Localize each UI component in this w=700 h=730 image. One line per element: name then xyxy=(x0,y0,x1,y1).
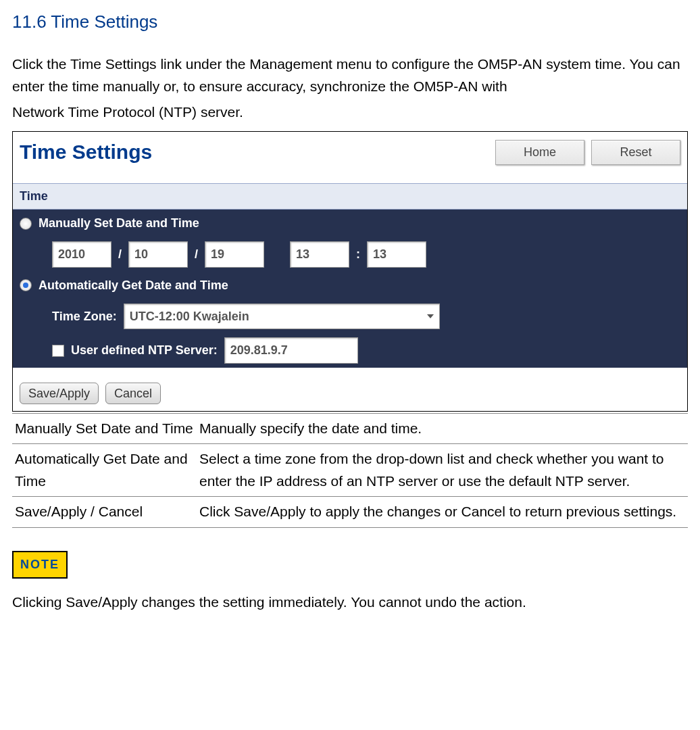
section-heading: 11.6 Time Settings xyxy=(12,8,688,36)
table-row: Manually Set Date and Time Manually spec… xyxy=(12,413,688,444)
panel-header: Time Settings Home Reset xyxy=(13,132,687,183)
home-button[interactable]: Home xyxy=(495,140,584,165)
panel-footer: Save/Apply Cancel xyxy=(13,368,687,411)
row-label: Save/Apply / Cancel xyxy=(12,497,197,528)
row-desc: Select a time zone from the drop-down li… xyxy=(197,444,688,497)
month-field[interactable]: 10 xyxy=(128,241,188,268)
manual-row[interactable]: Manually Set Date and Time xyxy=(13,210,687,237)
table-row: Automatically Get Date and Time Select a… xyxy=(12,444,688,497)
row-label: Manually Set Date and Time xyxy=(12,413,197,444)
slash-2: / xyxy=(195,245,198,264)
auto-row[interactable]: Automatically Get Date and Time xyxy=(13,272,687,299)
time-section-bar: Time xyxy=(13,183,687,210)
auto-label: Automatically Get Date and Time xyxy=(39,276,228,295)
cancel-button[interactable]: Cancel xyxy=(105,383,161,404)
timezone-select[interactable]: UTC-12:00 Kwajalein xyxy=(124,303,440,330)
timezone-row: Time Zone: UTC-12:00 Kwajalein xyxy=(13,299,687,334)
panel-title: Time Settings xyxy=(20,136,152,168)
ntp-checkbox[interactable] xyxy=(52,345,64,357)
manual-radio[interactable] xyxy=(20,218,32,230)
timezone-label: Time Zone: xyxy=(52,307,117,326)
manual-label: Manually Set Date and Time xyxy=(39,214,199,233)
intro-line-1: Click the Time Settings link under the M… xyxy=(12,53,688,98)
day-field[interactable]: 19 xyxy=(205,241,264,268)
note-text: Clicking Save/Apply changes the setting … xyxy=(12,591,688,614)
slash-1: / xyxy=(118,245,122,264)
row-desc: Manually specify the date and time. xyxy=(197,413,688,444)
hour-field[interactable]: 13 xyxy=(290,241,349,268)
row-label: Automatically Get Date and Time xyxy=(12,444,197,497)
save-apply-button[interactable]: Save/Apply xyxy=(20,383,99,404)
manual-fields: 2010 / 10 / 19 13 : 13 xyxy=(13,237,687,272)
chevron-down-icon xyxy=(427,314,434,318)
ntp-row: User defined NTP Server: 209.81.9.7 xyxy=(13,333,687,368)
reset-button[interactable]: Reset xyxy=(591,140,680,165)
year-field[interactable]: 2010 xyxy=(52,241,111,268)
time-settings-panel: Time Settings Home Reset Time Manually S… xyxy=(12,131,688,411)
timezone-value: UTC-12:00 Kwajalein xyxy=(130,307,249,326)
table-row: Save/Apply / Cancel Click Save/Apply to … xyxy=(12,497,688,528)
colon: : xyxy=(356,245,360,264)
minute-field[interactable]: 13 xyxy=(367,241,426,268)
note-badge: NOTE xyxy=(12,551,68,579)
row-desc: Click Save/Apply to apply the changes or… xyxy=(197,497,688,528)
ntp-label: User defined NTP Server: xyxy=(71,341,218,360)
ntp-input[interactable]: 209.81.9.7 xyxy=(224,337,358,364)
intro-line-2: Network Time Protocol (NTP) server. xyxy=(12,101,688,124)
auto-radio[interactable] xyxy=(20,279,32,291)
description-table: Manually Set Date and Time Manually spec… xyxy=(12,413,688,528)
